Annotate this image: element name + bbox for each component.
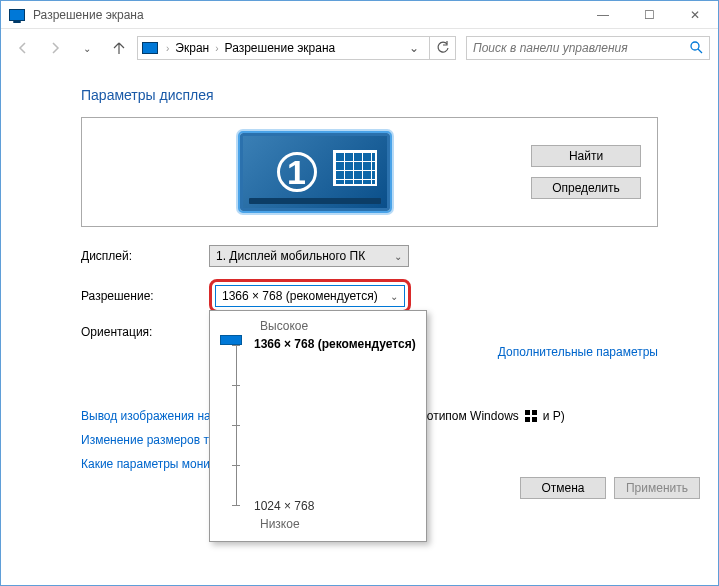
preview-buttons: Найти Определить: [531, 145, 641, 199]
which-params-link[interactable]: Какие параметры мони: [81, 457, 210, 471]
refresh-icon: [436, 41, 450, 55]
slider-handle[interactable]: [220, 335, 242, 345]
monitor-number: 1: [277, 152, 317, 192]
close-button[interactable]: ✕: [672, 1, 718, 28]
resolution-value: 1366 × 768 (рекомендуется): [222, 289, 378, 303]
chevron-right-icon: ›: [164, 43, 171, 54]
windows-logo-icon: [525, 410, 537, 422]
dropdown-high-label: Высокое: [260, 319, 416, 333]
projector-key: и P): [543, 409, 565, 423]
page-title: Параметры дисплея: [81, 87, 658, 103]
window-title: Разрешение экрана: [33, 8, 580, 22]
resolution-select[interactable]: 1366 × 768 (рекомендуется) ⌄: [215, 285, 405, 307]
recent-button[interactable]: ⌄: [73, 34, 101, 62]
display-select[interactable]: 1. Дисплей мобильного ПК ⌄: [209, 245, 409, 267]
monitor-icon: [142, 42, 158, 54]
arrow-up-icon: [111, 40, 127, 56]
row-display: Дисплей: 1. Дисплей мобильного ПК ⌄: [81, 245, 658, 267]
footer-buttons: Отмена Применить: [520, 477, 700, 499]
chevron-down-icon: ⌄: [390, 291, 398, 302]
apply-button[interactable]: Применить: [614, 477, 700, 499]
svg-line-1: [698, 49, 702, 53]
textsize-link[interactable]: Изменение размеров те: [81, 433, 215, 447]
maximize-button[interactable]: ☐: [626, 1, 672, 28]
chevron-right-icon: ›: [213, 43, 220, 54]
minimize-button[interactable]: —: [580, 1, 626, 28]
dropdown-values: 1366 × 768 (рекомендуется) 1024 × 768: [254, 335, 416, 513]
window-controls: — ☐ ✕: [580, 1, 718, 28]
resolution-label: Разрешение:: [81, 289, 209, 303]
highlight-box: 1366 × 768 (рекомендуется) ⌄: [209, 279, 411, 313]
row-resolution: Разрешение: 1366 × 768 (рекомендуется) ⌄: [81, 279, 658, 313]
slider-track[interactable]: [236, 345, 237, 505]
projector-text: отипом Windows: [427, 409, 519, 423]
refresh-button[interactable]: [430, 36, 456, 60]
chevron-down-icon: ⌄: [394, 251, 402, 262]
find-button[interactable]: Найти: [531, 145, 641, 167]
chevron-down-icon[interactable]: ⌄: [403, 41, 425, 55]
dropdown-option-1024[interactable]: 1024 × 768: [254, 499, 416, 513]
titlebar: Разрешение экрана — ☐ ✕: [1, 1, 718, 29]
arrow-left-icon: [15, 40, 31, 56]
navbar: ⌄ › Экран › Разрешение экрана ⌄: [1, 29, 718, 67]
breadcrumb-item-ekran[interactable]: Экран: [173, 41, 211, 55]
back-button[interactable]: [9, 34, 37, 62]
search-icon[interactable]: [689, 40, 703, 57]
additional-params-link[interactable]: Дополнительные параметры: [498, 345, 658, 359]
up-button[interactable]: [105, 34, 133, 62]
dropdown-selected[interactable]: 1366 × 768 (рекомендуется): [254, 337, 416, 351]
monitor-thumbnail[interactable]: 1: [240, 133, 390, 211]
display-label: Дисплей:: [81, 249, 209, 263]
display-preview-box: 1 Найти Определить: [81, 117, 658, 227]
search-box[interactable]: [466, 36, 710, 60]
breadcrumb-item-resolution[interactable]: Разрешение экрана: [223, 41, 338, 55]
slider-column: [220, 335, 242, 505]
monitor-icon: [9, 9, 25, 21]
detect-button[interactable]: Определить: [531, 177, 641, 199]
resolution-dropdown[interactable]: Высокое 1366 × 768 (рекомендуется) 1024 …: [209, 310, 427, 542]
arrow-right-icon: [47, 40, 63, 56]
breadcrumb[interactable]: › Экран › Разрешение экрана ⌄: [137, 36, 430, 60]
display-value: 1. Дисплей мобильного ПК: [216, 249, 365, 263]
cancel-button[interactable]: Отмена: [520, 477, 606, 499]
dropdown-body: 1366 × 768 (рекомендуется) 1024 × 768: [220, 335, 416, 513]
svg-point-0: [691, 42, 699, 50]
preview-center: 1: [98, 133, 531, 211]
orientation-label: Ориентация:: [81, 325, 209, 339]
monitor-grid-icon: [333, 150, 377, 186]
search-input[interactable]: [473, 41, 689, 55]
projector-link[interactable]: Вывод изображения на: [81, 409, 211, 423]
monitor-taskbar-icon: [249, 198, 381, 204]
dropdown-low-label: Низкое: [260, 517, 416, 531]
forward-button[interactable]: [41, 34, 69, 62]
